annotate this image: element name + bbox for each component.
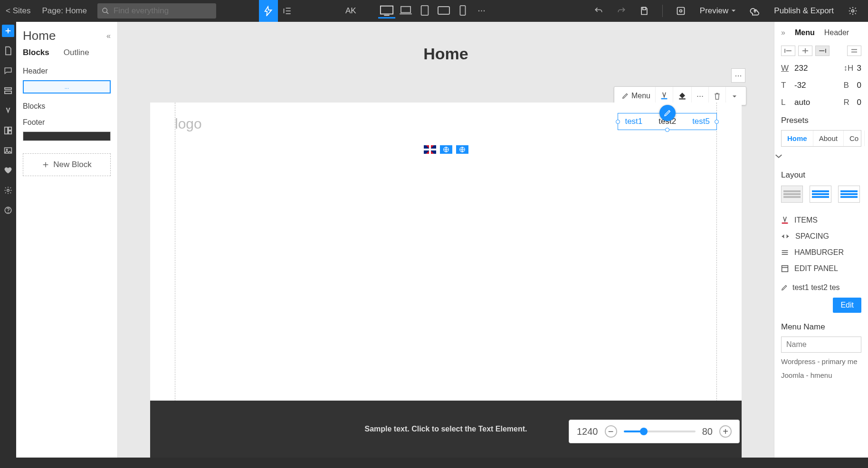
b-value[interactable]: 0 bbox=[857, 81, 861, 90]
menu-name-input[interactable] bbox=[781, 337, 861, 353]
items-row[interactable]: ITEMS bbox=[774, 212, 868, 228]
zoom-slider[interactable] bbox=[624, 431, 696, 432]
props-tab-header[interactable]: Header bbox=[824, 28, 849, 37]
sites-link[interactable]: < Sites bbox=[0, 0, 36, 22]
settings-gear-icon[interactable] bbox=[843, 0, 862, 22]
presets-expand[interactable] bbox=[774, 147, 868, 166]
tab-outline[interactable]: Outline bbox=[64, 48, 89, 57]
panel-collapse-button[interactable]: « bbox=[106, 32, 111, 40]
text-icon[interactable] bbox=[2, 104, 14, 117]
flag-globe-2[interactable] bbox=[456, 145, 468, 154]
undo-button[interactable] bbox=[589, 0, 608, 22]
thumb-footer[interactable] bbox=[23, 131, 111, 141]
move-tool[interactable] bbox=[259, 0, 278, 22]
w-value[interactable]: 232 bbox=[794, 64, 808, 73]
align-center[interactable] bbox=[798, 46, 812, 56]
resize-handle-right[interactable] bbox=[715, 120, 719, 124]
props-expand-icon[interactable]: » bbox=[781, 28, 785, 37]
preset-home[interactable]: Home bbox=[782, 131, 813, 146]
svg-rect-43 bbox=[782, 223, 788, 224]
edit-button[interactable]: Edit bbox=[833, 298, 861, 313]
redo-button[interactable] bbox=[612, 0, 631, 22]
svg-rect-8 bbox=[401, 6, 410, 12]
r-value[interactable]: 0 bbox=[857, 98, 861, 107]
h-label: ↕H bbox=[844, 64, 852, 73]
favorites-icon[interactable] bbox=[2, 164, 14, 177]
b-label: B bbox=[844, 81, 852, 90]
l-value[interactable]: auto bbox=[794, 98, 810, 107]
page-breadcrumb[interactable]: Page: Home bbox=[36, 0, 93, 22]
pages-icon[interactable] bbox=[2, 45, 14, 57]
edit-panel-row[interactable]: EDIT PANEL bbox=[774, 261, 868, 277]
panel-title: Home bbox=[23, 28, 56, 43]
svg-rect-9 bbox=[421, 5, 428, 15]
svg-rect-31 bbox=[661, 98, 668, 99]
device-phone[interactable] bbox=[454, 3, 471, 19]
svg-rect-6 bbox=[380, 6, 392, 14]
add-element-button[interactable] bbox=[2, 25, 14, 37]
device-laptop[interactable] bbox=[397, 3, 414, 19]
edit-bubble[interactable] bbox=[659, 105, 676, 121]
logo-text[interactable]: logo bbox=[175, 116, 202, 132]
pencil-icon bbox=[664, 109, 671, 117]
zoom-out-button[interactable]: − bbox=[605, 425, 617, 438]
publish-button[interactable]: Publish & Export bbox=[768, 6, 839, 16]
preset-about[interactable]: About bbox=[813, 131, 844, 146]
hamburger-row[interactable]: HAMBURGER bbox=[774, 244, 868, 261]
new-block-button[interactable]: New Block bbox=[23, 153, 111, 176]
resize-handle-bottom[interactable] bbox=[665, 128, 669, 132]
page-more-button[interactable]: ··· bbox=[731, 68, 745, 83]
props-tab-menu[interactable]: Menu bbox=[795, 28, 815, 37]
t-value[interactable]: -32 bbox=[794, 81, 806, 90]
svg-rect-20 bbox=[5, 127, 8, 134]
align-justify[interactable] bbox=[847, 46, 861, 56]
device-desktop[interactable] bbox=[378, 3, 395, 19]
device-tablet-p[interactable] bbox=[416, 3, 433, 19]
device-more-icon[interactable]: ··· bbox=[473, 3, 490, 19]
menu-item-1[interactable]: test1 bbox=[625, 117, 642, 126]
layout-title: Layout bbox=[774, 166, 868, 183]
flag-uk[interactable] bbox=[424, 145, 436, 154]
r-label: R bbox=[844, 98, 852, 107]
menu-name-label: Menu Name bbox=[774, 318, 868, 335]
svg-rect-10 bbox=[438, 7, 449, 14]
align-left[interactable] bbox=[781, 46, 795, 56]
svg-point-24 bbox=[6, 149, 7, 150]
edit-panel-label: EDIT PANEL bbox=[794, 264, 838, 273]
layout-option-1[interactable] bbox=[781, 186, 803, 203]
spacing-row[interactable]: SPACING bbox=[774, 228, 868, 244]
help-icon[interactable] bbox=[2, 204, 14, 216]
device-switcher: ··· bbox=[378, 3, 490, 19]
layout-icon[interactable] bbox=[2, 124, 14, 137]
zoom-knob[interactable] bbox=[640, 428, 648, 435]
preset-co[interactable]: Co bbox=[844, 131, 865, 146]
guide-right bbox=[716, 103, 717, 411]
menu-item-3[interactable]: test5 bbox=[692, 117, 710, 126]
preview-button[interactable]: Preview bbox=[694, 6, 742, 16]
outline-tool[interactable] bbox=[278, 0, 297, 22]
flag-globe-1[interactable] bbox=[440, 145, 452, 154]
save-button[interactable] bbox=[635, 0, 654, 22]
sections-icon[interactable] bbox=[2, 84, 14, 97]
preview-icon[interactable] bbox=[671, 0, 690, 22]
resize-handle-left[interactable] bbox=[616, 120, 620, 124]
align-right[interactable] bbox=[815, 46, 830, 56]
image-icon[interactable] bbox=[2, 144, 14, 157]
user-badge[interactable]: AK bbox=[340, 0, 362, 22]
canvas[interactable]: Home ··· ··· Menu ··· logo test1 test2 t… bbox=[118, 22, 774, 458]
zoom-in-button[interactable]: + bbox=[719, 425, 732, 438]
cloud-icon[interactable] bbox=[745, 0, 764, 22]
comments-icon[interactable] bbox=[2, 65, 14, 77]
h-value[interactable]: 3 bbox=[857, 64, 861, 73]
l-label: L bbox=[781, 98, 790, 107]
layout-option-2[interactable] bbox=[810, 186, 831, 203]
thumb-header[interactable]: … bbox=[23, 80, 111, 94]
selected-menu[interactable]: test1 test2 test5 bbox=[618, 113, 717, 130]
rail-settings-icon[interactable] bbox=[2, 184, 14, 197]
search-input[interactable] bbox=[97, 3, 216, 19]
tab-blocks[interactable]: Blocks bbox=[23, 48, 49, 57]
device-tablet-l[interactable] bbox=[435, 3, 452, 19]
zoom-percent-value: 80 bbox=[702, 426, 713, 437]
canvas-page[interactable]: logo test1 test2 test5 bbox=[150, 103, 742, 411]
layout-option-3[interactable] bbox=[838, 186, 860, 203]
